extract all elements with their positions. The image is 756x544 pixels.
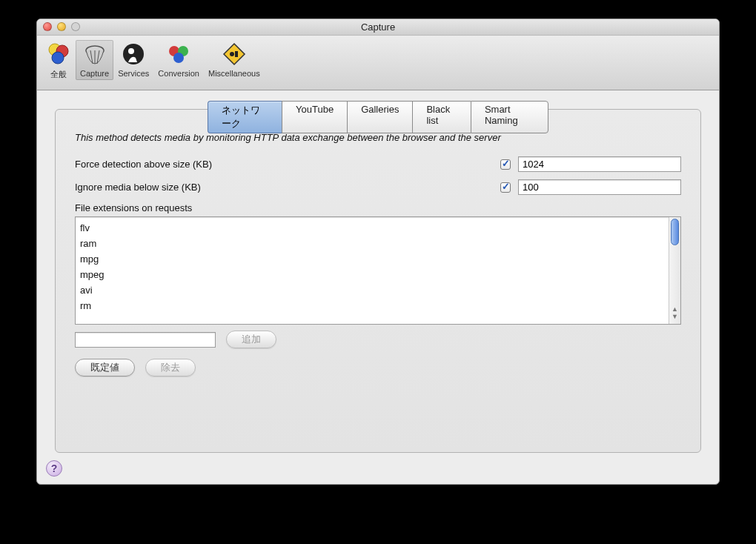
tab-blacklist[interactable]: Black list [412, 101, 470, 133]
minimize-icon[interactable] [57, 22, 66, 31]
window-title: Capture [361, 21, 395, 33]
toolbar-item-conversion[interactable]: Conversion [153, 40, 204, 80]
force-detection-checkbox[interactable] [500, 159, 511, 170]
toolbar-item-capture[interactable]: Capture [76, 40, 113, 80]
remove-button[interactable]: 除去 [145, 359, 196, 377]
scrollbar-arrows[interactable]: ▲ ▼ [669, 302, 680, 324]
tab-label: ネットワーク [222, 105, 260, 129]
ignore-media-input[interactable] [518, 179, 681, 195]
scrollbar[interactable]: ▲ ▼ [669, 217, 680, 324]
svg-point-8 [128, 48, 134, 54]
tab-network[interactable]: ネットワーク [208, 101, 282, 133]
tab-label: Galleries [361, 104, 399, 115]
button-row: 既定値 除去 [75, 359, 681, 377]
list-item[interactable]: avi [80, 282, 676, 298]
toolbar-item-label: Conversion [158, 69, 199, 78]
toolbar-item-misc[interactable]: Miscellaneous [204, 40, 265, 80]
content-area: ネットワーク YouTube Galleries Black list Smar… [37, 90, 719, 484]
toolbar-item-general[interactable]: 全般 [42, 40, 76, 82]
scrollbar-thumb[interactable] [671, 219, 679, 245]
svg-point-2 [52, 52, 64, 64]
ignore-media-checkbox[interactable] [500, 182, 511, 193]
traffic-lights [43, 22, 80, 31]
extensions-listbox[interactable]: flv ram mpg mpeg avi rm ▲ ▼ [75, 216, 681, 325]
tab-bar: ネットワーク YouTube Galleries Black list Smar… [208, 101, 548, 133]
tab-smartnaming[interactable]: Smart Naming [471, 101, 548, 133]
toolbar-item-label: 全般 [50, 69, 67, 80]
ignore-media-row: Ignore media below size (KB) [75, 179, 681, 195]
toolbar-item-services[interactable]: Services [113, 40, 153, 80]
list-inner: flv ram mpg mpeg avi rm [76, 217, 680, 316]
force-detection-row: Force detection above size (KB) [75, 156, 681, 172]
net-icon [82, 42, 107, 67]
list-item[interactable]: mpeg [80, 267, 676, 282]
arrow-down-icon[interactable]: ▼ [672, 313, 678, 320]
add-extension-input[interactable] [75, 332, 216, 348]
services-icon [121, 42, 146, 67]
help-icon: ? [51, 462, 58, 474]
force-detection-input[interactable] [518, 156, 681, 172]
force-detection-label: Force detection above size (KB) [75, 159, 500, 170]
svg-rect-14 [235, 51, 238, 57]
close-icon[interactable] [43, 22, 52, 31]
list-item[interactable]: mpg [80, 251, 676, 267]
preferences-window: Capture 全般 Cap [36, 19, 720, 485]
svg-point-11 [173, 53, 184, 63]
extensions-label: File extensions on requests [75, 202, 681, 213]
ignore-media-label: Ignore media below size (KB) [75, 182, 500, 193]
help-button[interactable]: ? [46, 460, 62, 477]
tab-label: Black list [426, 104, 450, 126]
toolbar-item-label: Services [118, 69, 149, 78]
tab-label: YouTube [296, 104, 334, 115]
tab-youtube[interactable]: YouTube [282, 101, 347, 133]
conversion-icon [166, 42, 191, 67]
arrow-up-icon[interactable]: ▲ [672, 305, 678, 313]
zoom-icon[interactable] [71, 22, 80, 31]
tab-label: Smart Naming [485, 104, 518, 126]
panel-description: This method detects media by monitoring … [75, 132, 681, 143]
svg-point-13 [230, 52, 234, 56]
sign-icon [222, 42, 247, 67]
toolbar: 全般 Capture Servi [37, 36, 719, 90]
tab-galleries[interactable]: Galleries [347, 101, 412, 133]
add-extension-row: 追加 [75, 331, 681, 348]
list-item[interactable]: flv [80, 220, 676, 236]
toolbar-item-label: Miscellaneous [208, 69, 260, 78]
settings-panel: This method detects media by monitoring … [55, 109, 701, 453]
balls-icon [46, 42, 71, 67]
toolbar-item-label: Capture [80, 69, 109, 78]
titlebar[interactable]: Capture [37, 19, 719, 36]
list-item[interactable]: ram [80, 236, 676, 251]
list-item[interactable]: rm [80, 298, 676, 314]
add-button[interactable]: 追加 [226, 331, 276, 348]
defaults-button[interactable]: 既定値 [75, 359, 135, 377]
